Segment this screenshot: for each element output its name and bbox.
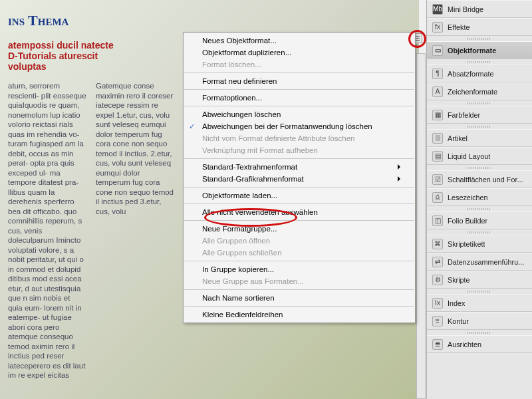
menu-separator	[184, 220, 414, 221]
menu-item[interactable]: Alle nicht verwendeten auswählen	[184, 206, 415, 218]
panel-group-divider	[427, 36, 532, 41]
panel-item[interactable]: ⇄Datenzusammenführu...	[427, 253, 532, 271]
menu-item-label: Alle Gruppen öffnen	[202, 237, 270, 245]
menu-item[interactable]: Objektformate laden...	[184, 190, 415, 201]
panel-icon: ☰	[432, 133, 443, 144]
menu-item-label: Objektformate laden...	[202, 192, 277, 200]
menu-separator	[184, 72, 414, 73]
panel-item[interactable]: ▦Farbfelder	[427, 106, 532, 124]
menu-separator	[184, 106, 414, 106]
menu-item-label: Verknüpfung mit Format aufheben	[202, 146, 318, 154]
panel-item[interactable]: ≡Kontur	[427, 312, 532, 330]
panel-group-divider	[427, 330, 532, 335]
menu-item[interactable]: Objektformat duplizieren...	[184, 47, 415, 59]
panel-item[interactable]: fxEffekte	[427, 18, 532, 36]
panel-icon: ▦	[432, 110, 443, 120]
objektformate-context-menu: Neues Objektformat...Objektformat dupliz…	[183, 32, 416, 323]
menu-item-label: Format neu definieren	[202, 77, 277, 85]
panel-label: Liquid Layout	[448, 152, 490, 160]
panel-label: Farbfelder	[448, 111, 480, 119]
panel-group-divider	[427, 100, 532, 106]
menu-item-label: Kleine Bedienfeldreihen	[202, 311, 283, 319]
panel-icon: A	[432, 86, 443, 97]
panel-label: Absatzformate	[448, 70, 494, 78]
panel-label: Kontur	[448, 317, 469, 325]
menu-item[interactable]: Kleine Bedienfeldreihen	[184, 309, 415, 321]
panel-icon: Ix	[432, 298, 443, 309]
menu-item: Verknüpfung mit Format aufheben	[184, 144, 415, 156]
right-panel-strip: MbMini BridgefxEffekte▭Objektformate¶Abs…	[426, 0, 532, 399]
panel-label: Ausrichten	[448, 340, 481, 348]
panel-label: Schaltflächen und For...	[448, 176, 523, 184]
menu-item[interactable]: In Gruppe kopieren...	[184, 263, 415, 275]
text-column-2: Gatemque conse maximin rero il coreser i…	[96, 81, 174, 384]
menu-separator	[184, 158, 414, 159]
panel-icon: fx	[432, 22, 443, 33]
panel-icon: ▤	[432, 151, 443, 162]
submenu-arrow-icon	[398, 176, 400, 182]
scrollbar[interactable]	[416, 53, 426, 399]
menu-separator	[184, 89, 414, 90]
panel-item[interactable]: ☑Schaltflächen und For...	[427, 170, 532, 188]
menu-item-label: Nach Name sortieren	[202, 294, 275, 302]
menu-item-label: Abweichungen löschen	[202, 110, 281, 118]
panel-item[interactable]: ☰Artikel	[427, 129, 532, 147]
menu-item[interactable]: Standard-Textrahmenformat	[184, 161, 415, 173]
menu-item-label: Nicht vom Format definierte Attribute lö…	[202, 134, 354, 142]
panel-icon: ⌘	[432, 239, 443, 249]
panel-item[interactable]: MbMini Bridge	[427, 0, 532, 18]
panel-item[interactable]: ⚙Skripte	[427, 271, 532, 289]
panel-label: Folio Builder	[448, 217, 487, 225]
panel-label: Mini Bridge	[448, 5, 483, 13]
menu-item-label: Neue Formatgruppe...	[202, 225, 277, 233]
panel-icon: ⚙	[432, 275, 443, 285]
menu-item-label: In Gruppe kopieren...	[202, 265, 274, 273]
panel-group-divider	[427, 165, 532, 170]
panel-icon: ¶	[432, 68, 443, 79]
panel-label: Zeichenformate	[448, 88, 497, 96]
menu-item: Alle Gruppen schließen	[184, 247, 415, 259]
panel-label: Lesezeichen	[448, 194, 488, 201]
panel-item[interactable]: ▤Liquid Layout	[427, 147, 532, 165]
menu-item[interactable]: Neue Formatgruppe...	[184, 223, 415, 235]
menu-item[interactable]: Abweichungen löschen	[184, 108, 415, 120]
panel-item[interactable]: ◫Folio Builder	[427, 211, 532, 229]
menu-item[interactable]: Format neu definieren	[184, 75, 415, 87]
panel-group-divider	[427, 229, 532, 235]
panel-icon: ⎙	[432, 192, 443, 203]
text-column-1: atum, serrorem rescienti- plit eosseque …	[8, 81, 86, 384]
panel-icon: ≡	[432, 316, 443, 327]
menu-item-label: Alle Gruppen schließen	[202, 249, 282, 257]
panel-group-divider	[427, 289, 532, 294]
panel-label: Effekte	[448, 23, 469, 31]
panel-icon: ▭	[432, 45, 443, 56]
menu-item[interactable]: Standard-Grafikrahmenformat	[184, 173, 415, 185]
menu-item-label: Standard-Grafikrahmenformat	[202, 175, 304, 183]
panel-item[interactable]: ▭Objektformate	[427, 41, 532, 59]
panel-group-divider	[427, 59, 532, 65]
menu-item-label: Neue Gruppe aus Formaten...	[202, 277, 304, 285]
check-icon: ✓	[189, 122, 195, 131]
panel-item[interactable]: AZeichenformate	[427, 82, 532, 100]
menu-item[interactable]: Formatoptionen...	[184, 92, 415, 104]
menu-item-label: Standard-Textrahmenformat	[202, 163, 297, 171]
menu-item: Nicht vom Format definierte Attribute lö…	[184, 132, 415, 144]
menu-separator	[184, 261, 414, 261]
panel-icon: ☑	[432, 174, 443, 185]
page-title: ins Thema	[8, 12, 411, 29]
panel-item[interactable]: ≣Ausrichten	[427, 335, 532, 353]
panel-item[interactable]: ⎙Lesezeichen	[427, 188, 532, 206]
menu-item: Neue Gruppe aus Formaten...	[184, 275, 415, 287]
menu-item-label: Alle nicht verwendeten auswählen	[202, 208, 318, 216]
menu-item: Format löschen...	[184, 59, 415, 70]
menu-item-label: Formatoptionen...	[202, 94, 262, 102]
panel-item[interactable]: ¶Absatzformate	[427, 65, 532, 82]
menu-separator	[184, 187, 414, 188]
panel-item[interactable]: IxIndex	[427, 294, 532, 312]
panel-item[interactable]: ⌘Skriptetikett	[427, 235, 532, 253]
panel-group-divider	[427, 206, 532, 211]
menu-item[interactable]: Nach Name sortieren	[184, 292, 415, 304]
menu-item[interactable]: Neues Objektformat...	[184, 35, 415, 47]
menu-item[interactable]: ✓Abweichungen bei der Formatanwendung lö…	[184, 120, 415, 132]
panel-icon: ◫	[432, 215, 443, 226]
